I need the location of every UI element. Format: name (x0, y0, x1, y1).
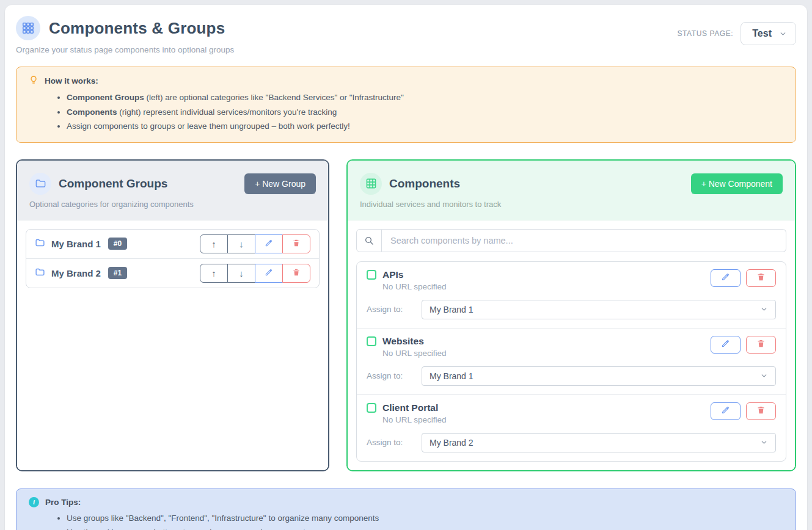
assigned-group-value: My Brand 2 (430, 438, 474, 448)
component-row: APIs No URL specified (357, 262, 786, 328)
assign-to-label: Assign to: (367, 371, 422, 380)
pro-tips-bullet: Use groups like "Backend", "Frontend", "… (67, 512, 783, 525)
page-card: Components & Groups Organize your status… (5, 5, 807, 530)
components-panel-subtitle: Individual services and monitors to trac… (360, 200, 783, 209)
component-checkbox[interactable] (367, 270, 376, 280)
component-url-text: No URL specified (382, 349, 447, 358)
how-it-works-list: Component Groups (left) are optional cat… (29, 92, 783, 132)
assign-to-label: Assign to: (367, 305, 422, 314)
assign-group-select[interactable]: My Brand 1 (422, 366, 776, 386)
components-panel-title: Components (389, 177, 460, 191)
delete-component-button[interactable] (746, 402, 776, 420)
trash-icon (292, 239, 301, 249)
new-component-button[interactable]: + New Component (691, 173, 783, 194)
groups-list: My Brand 1 #0 ↑ ↓ (26, 229, 320, 288)
folder-icon (35, 267, 45, 280)
component-name: APIs (382, 269, 403, 280)
trash-icon (292, 268, 301, 278)
pencil-icon (721, 405, 730, 416)
groups-panel-header: Component Groups + New Group Optional ca… (17, 161, 328, 220)
new-group-button[interactable]: + New Group (244, 173, 316, 194)
delete-component-button[interactable] (746, 269, 776, 287)
pro-tips-title: Pro Tips: (45, 498, 81, 507)
how-it-works-box: How it works: Component Groups (left) ar… (16, 67, 796, 143)
how-it-works-bullet: Component Groups (left) are optional cat… (67, 92, 783, 104)
edit-component-button[interactable] (711, 336, 741, 354)
edit-group-button[interactable] (255, 234, 283, 253)
status-page-select[interactable]: Test (741, 22, 796, 45)
component-name: Websites (382, 336, 424, 347)
components-panel-body: APIs No URL specified (348, 220, 795, 470)
delete-component-button[interactable] (746, 336, 776, 354)
groups-panel-subtitle: Optional categories for organizing compo… (29, 200, 316, 209)
assigned-group-value: My Brand 1 (430, 305, 474, 314)
move-down-button[interactable]: ↓ (227, 234, 255, 253)
component-search (356, 229, 786, 252)
pencil-icon (265, 268, 273, 278)
chevron-down-icon (760, 305, 768, 313)
pro-tips-list: Use groups like "Backend", "Frontend", "… (29, 512, 783, 530)
how-it-works-bullet: Components (right) represent individual … (67, 106, 783, 118)
trash-icon (756, 272, 766, 283)
delete-group-button[interactable] (282, 264, 310, 283)
lightbulb-icon (29, 75, 38, 87)
component-name: Client Portal (382, 402, 438, 413)
component-url-text: No URL specified (382, 282, 447, 291)
pencil-icon (265, 239, 273, 249)
pencil-icon (721, 272, 730, 283)
groups-panel-title: Component Groups (59, 177, 167, 191)
component-groups-panel: Component Groups + New Group Optional ca… (16, 159, 329, 471)
move-down-button[interactable]: ↓ (227, 264, 255, 283)
groups-panel-body: My Brand 1 #0 ↑ ↓ (17, 220, 328, 470)
arrow-down-icon: ↓ (239, 268, 244, 278)
folder-icon (29, 173, 51, 195)
status-page-label: STATUS PAGE: (677, 29, 733, 38)
edit-component-button[interactable] (711, 269, 741, 287)
assign-group-select[interactable]: My Brand 2 (422, 433, 776, 452)
chevron-down-icon (760, 438, 768, 446)
edit-group-button[interactable] (255, 264, 283, 283)
status-page-picker: STATUS PAGE: Test (677, 22, 796, 45)
components-panel-header: Components + New Component Individual se… (348, 161, 795, 220)
arrow-up-icon: ↑ (211, 239, 216, 249)
group-row: My Brand 2 #1 ↑ ↓ (26, 258, 319, 288)
search-icon (356, 229, 382, 252)
page-header-left: Components & Groups Organize your status… (16, 16, 234, 54)
chevron-down-icon (779, 30, 787, 38)
edit-component-button[interactable] (711, 402, 741, 420)
page-header: Components & Groups Organize your status… (16, 16, 796, 54)
component-row: Websites No URL specified (357, 328, 786, 394)
components-grid-icon (16, 16, 40, 40)
search-input[interactable] (382, 229, 786, 252)
move-up-button[interactable]: ↑ (200, 234, 228, 253)
how-it-works-title: How it works: (45, 76, 98, 85)
folder-icon (35, 238, 45, 250)
component-checkbox[interactable] (367, 403, 376, 413)
group-name: My Brand 1 (51, 239, 101, 249)
assigned-group-value: My Brand 1 (430, 371, 474, 381)
group-order-badge: #0 (108, 238, 127, 250)
how-it-works-bullet: Assign components to groups or leave the… (67, 120, 783, 132)
component-url-text: No URL specified (382, 415, 447, 424)
page-title: Components & Groups (49, 19, 225, 38)
page-subtitle: Organize your status page components int… (16, 45, 234, 54)
assign-to-label: Assign to: (367, 438, 422, 447)
table-grid-icon (360, 173, 382, 195)
info-icon: i (29, 497, 39, 507)
trash-icon (756, 405, 766, 416)
move-up-button[interactable]: ↑ (200, 264, 228, 283)
group-order-badge: #1 (108, 267, 127, 279)
arrow-up-icon: ↑ (211, 268, 216, 278)
chevron-down-icon (760, 372, 768, 380)
pro-tips-bullet: Use the up/down arrow buttons to reorder… (67, 526, 783, 530)
component-checkbox[interactable] (367, 336, 376, 346)
arrow-down-icon: ↓ (239, 239, 244, 249)
status-page-value: Test (752, 28, 772, 39)
group-row: My Brand 1 #0 ↑ ↓ (26, 230, 319, 258)
assign-group-select[interactable]: My Brand 1 (422, 300, 776, 319)
group-name: My Brand 2 (51, 268, 101, 278)
pencil-icon (721, 339, 730, 350)
delete-group-button[interactable] (282, 234, 310, 253)
components-list: APIs No URL specified (356, 261, 786, 462)
component-row: Client Portal No URL specified (357, 394, 786, 461)
